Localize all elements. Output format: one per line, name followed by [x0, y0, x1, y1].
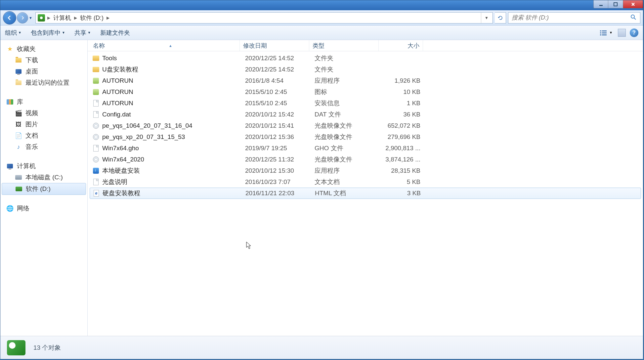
file-name: Win7x64.gho — [102, 145, 139, 152]
organize-button[interactable]: 组织▼ — [5, 29, 21, 37]
breadcrumb-sep-icon[interactable]: ▶ — [106, 16, 110, 20]
ico-icon — [92, 88, 100, 96]
network-header[interactable]: 🌐网络 — [0, 203, 87, 214]
disc-icon — [92, 133, 100, 141]
svg-rect-4 — [602, 30, 607, 31]
new-folder-button[interactable]: 新建文件夹 — [100, 29, 130, 37]
file-row[interactable]: Win7x64_20202020/12/25 11:32光盘映像文件3,874,… — [90, 154, 641, 165]
svg-rect-5 — [600, 32, 601, 33]
titlebar[interactable] — [0, 0, 643, 10]
toolbar: 组织▼ 包含到库中▼ 共享▼ 新建文件夹 ▼ ? — [0, 25, 643, 40]
breadcrumb-computer[interactable]: 计算机 — [51, 14, 73, 22]
column-type[interactable]: 类型 — [309, 40, 379, 51]
sidebar-item-drive-d[interactable]: 软件 (D:) — [2, 183, 86, 195]
libraries-icon — [6, 98, 14, 106]
file-size: 28,315 KB — [381, 167, 424, 174]
preview-pane-button[interactable] — [618, 29, 626, 37]
pictures-icon: 🖼 — [15, 121, 22, 128]
recent-dropdown[interactable]: ▼ — [29, 16, 33, 20]
include-lib-button[interactable]: 包含到库中▼ — [31, 29, 65, 37]
file-date: 2020/10/12 15:30 — [242, 167, 311, 174]
file-size: 1,926 KB — [381, 77, 424, 84]
svg-rect-0 — [599, 5, 603, 6]
favorites-header[interactable]: ★收藏夹 — [0, 43, 87, 55]
status-text: 13 个对象 — [33, 343, 61, 352]
column-name[interactable]: 名称▲ — [88, 40, 240, 51]
share-button[interactable]: 共享▼ — [74, 29, 91, 37]
file-row[interactable]: U盘安装教程2020/12/25 14:52文件夹 — [90, 64, 641, 75]
breadcrumb-drive[interactable]: 软件 (D:) — [78, 14, 106, 22]
file-size: 36 KB — [381, 111, 424, 118]
file-type: 应用程序 — [311, 76, 381, 85]
breadcrumb-sep-icon[interactable]: ▶ — [73, 16, 78, 20]
sidebar-item-music[interactable]: ♪音乐 — [0, 141, 87, 153]
search-box[interactable] — [508, 12, 640, 23]
close-button[interactable] — [623, 0, 643, 8]
svg-rect-6 — [602, 32, 607, 33]
file-row[interactable]: AUTORUN2016/1/8 4:54应用程序1,926 KB — [90, 75, 641, 86]
file-date: 2015/5/10 2:45 — [242, 100, 311, 107]
column-size[interactable]: 大小 — [379, 40, 423, 51]
libraries-header[interactable]: 库 — [0, 96, 87, 108]
file-name: 光盘说明 — [102, 178, 127, 186]
file-row[interactable]: Win7x64.gho2019/9/7 19:25GHO 文件2,900,813… — [90, 143, 641, 154]
maximize-button[interactable] — [608, 0, 623, 8]
file-type: DAT 文件 — [311, 110, 381, 119]
drive-icon — [15, 185, 22, 193]
address-dropdown[interactable]: ▼ — [481, 13, 492, 23]
file-size: 2,900,813 ... — [381, 145, 424, 152]
file-size: 3 KB — [381, 190, 424, 197]
column-headers: 名称▲ 修改日期 类型 大小 — [88, 40, 643, 51]
file-type: 安装信息 — [311, 99, 381, 108]
file-date: 2020/12/25 11:32 — [242, 156, 311, 163]
status-drive-icon — [7, 340, 25, 355]
file-icon — [92, 178, 100, 186]
view-mode-button[interactable]: ▼ — [598, 28, 614, 37]
sidebar-item-recent[interactable]: 最近访问的位置 — [0, 77, 87, 88]
search-icon[interactable] — [630, 14, 637, 22]
sidebar-item-desktop[interactable]: 桌面 — [0, 66, 87, 77]
svg-rect-1 — [614, 3, 617, 6]
file-name: pe_yqs_1064_20_07_31_16_04 — [102, 122, 193, 129]
file-row[interactable]: AUTORUN2015/5/10 2:45图标10 KB — [90, 86, 641, 98]
sidebar-item-documents[interactable]: 📄文档 — [0, 130, 87, 141]
navigation-pane: ★收藏夹 下载 桌面 最近访问的位置 库 🎬视频 🖼图片 📄文档 ♪音乐 计算机… — [0, 40, 88, 336]
sidebar-item-downloads[interactable]: 下载 — [0, 55, 87, 66]
file-date: 2020/12/25 14:52 — [242, 55, 311, 62]
breadcrumb-sep-icon[interactable]: ▶ — [46, 16, 51, 20]
file-size: 1 KB — [381, 100, 424, 107]
music-icon: ♪ — [15, 143, 22, 151]
computer-icon — [6, 162, 14, 170]
refresh-button[interactable] — [495, 12, 506, 23]
file-type: GHO 文件 — [311, 144, 381, 153]
sidebar-item-videos[interactable]: 🎬视频 — [0, 108, 87, 119]
file-row[interactable]: pe_yqs_xp_20_07_31_15_532020/10/12 15:36… — [90, 131, 641, 143]
file-name: 本地硬盘安装 — [102, 166, 140, 175]
file-name: U盘安装教程 — [102, 65, 138, 74]
file-row[interactable]: Tools2020/12/25 14:52文件夹 — [90, 53, 641, 64]
file-row[interactable]: Config.dat2020/10/12 15:42DAT 文件36 KB — [90, 109, 641, 120]
column-date[interactable]: 修改日期 — [240, 40, 309, 51]
file-icon — [92, 111, 100, 118]
network-icon: 🌐 — [6, 205, 14, 212]
help-button[interactable]: ? — [630, 28, 638, 37]
back-button[interactable] — [3, 11, 16, 24]
address-bar[interactable]: ▶ 计算机 ▶ 软件 (D:) ▶ ▼ — [35, 12, 493, 23]
file-row[interactable]: 光盘说明2016/10/23 7:07文本文档5 KB — [90, 176, 641, 188]
file-row[interactable]: AUTORUN2015/5/10 2:45安装信息1 KB — [90, 98, 641, 109]
file-date: 2016/1/8 4:54 — [242, 77, 311, 84]
sidebar-item-drive-c[interactable]: 本地磁盘 (C:) — [0, 172, 87, 183]
file-row[interactable]: 本地硬盘安装2020/10/12 15:30应用程序28,315 KB — [90, 165, 641, 176]
sidebar-item-pictures[interactable]: 🖼图片 — [0, 119, 87, 130]
search-input[interactable] — [512, 14, 630, 21]
forward-button[interactable] — [17, 12, 28, 23]
file-date: 2016/11/21 22:03 — [242, 190, 312, 197]
svg-rect-3 — [600, 30, 601, 31]
minimize-button[interactable] — [593, 0, 608, 8]
explorer-window: ▼ ▶ 计算机 ▶ 软件 (D:) ▶ ▼ 组织▼ 包含到库中▼ 共享▼ 新建文… — [0, 0, 643, 359]
computer-header[interactable]: 计算机 — [0, 160, 87, 172]
file-date: 2020/12/25 14:52 — [242, 66, 311, 73]
drive-icon — [15, 174, 22, 181]
file-row[interactable]: 硬盘安装教程2016/11/21 22:03HTML 文档3 KB — [90, 188, 641, 199]
file-row[interactable]: pe_yqs_1064_20_07_31_16_042020/10/12 15:… — [90, 120, 641, 131]
